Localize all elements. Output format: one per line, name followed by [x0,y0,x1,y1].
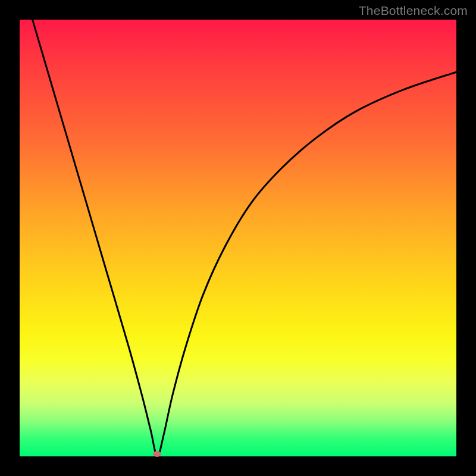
plot-area [20,20,456,456]
watermark-label: TheBottleneck.com [359,4,468,18]
curve-svg [20,20,456,456]
chart-frame: TheBottleneck.com [0,0,476,476]
bottleneck-curve [20,20,456,456]
minimum-point-marker [153,451,161,457]
